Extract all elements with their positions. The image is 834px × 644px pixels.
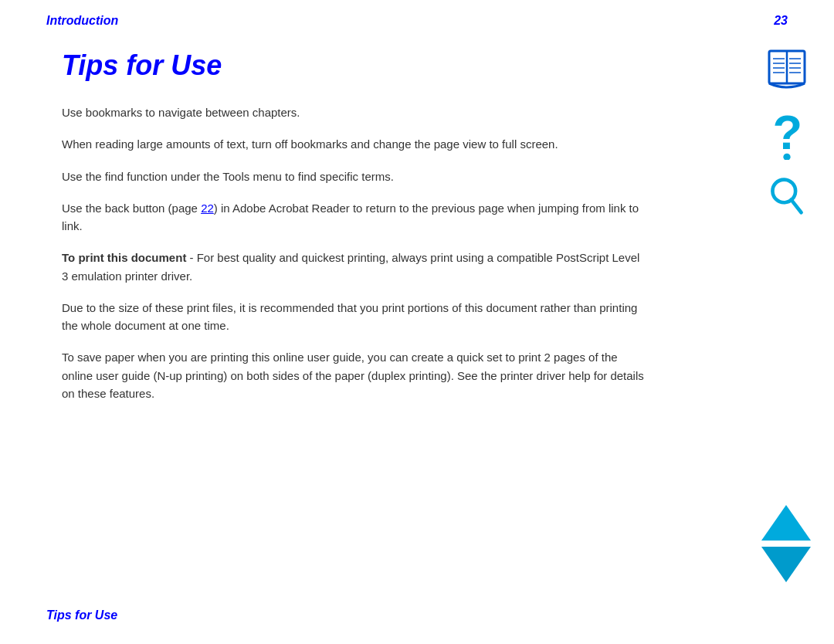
paragraph-7: To save paper when you are printing this… — [62, 348, 649, 402]
paragraph-1: Use bookmarks to navigate between chapte… — [62, 103, 649, 121]
page-22-link[interactable]: 22 — [201, 202, 214, 215]
main-content: Tips for Use Use bookmarks to navigate b… — [0, 36, 695, 432]
header-chapter-title: Introduction — [46, 14, 118, 28]
footer-label: Tips for Use — [46, 608, 117, 622]
paragraph-1-text: Use bookmarks to navigate between chapte… — [62, 106, 300, 119]
sidebar-icons: ? — [763, 46, 811, 225]
paragraph-6-text: Due to the size of these print files, it… — [62, 301, 637, 332]
paragraph-6: Due to the size of these print files, it… — [62, 299, 649, 335]
paragraph-5: To print this document - For best qualit… — [62, 249, 649, 285]
header-page-number: 23 — [774, 14, 788, 28]
paragraph-7-text: To save paper when you are printing this… — [62, 351, 644, 400]
paragraph-3-text: Use the find function under the Tools me… — [62, 170, 394, 183]
page-heading: Tips for Use — [62, 49, 649, 82]
navigation-arrows — [761, 505, 811, 582]
book-icon[interactable] — [763, 46, 811, 94]
svg-text:?: ? — [772, 110, 802, 159]
paragraph-2-text: When reading large amounts of text, turn… — [62, 137, 558, 151]
magnifier-icon[interactable] — [767, 175, 807, 225]
page-header: Introduction 23 — [0, 0, 834, 36]
page-container: Introduction 23 Tips for Use Use bookmar… — [0, 0, 834, 644]
question-icon[interactable]: ? — [768, 110, 806, 160]
next-page-arrow[interactable] — [761, 547, 811, 582]
paragraph-3: Use the find function under the Tools me… — [62, 168, 649, 185]
svg-line-13 — [792, 200, 802, 213]
paragraph-5-bold: To print this document — [62, 251, 186, 264]
paragraph-4-text-before: Use the back button (page — [62, 202, 201, 215]
page-footer: Tips for Use — [46, 608, 117, 622]
paragraph-4: Use the back button (page 22) in Adobe A… — [62, 199, 649, 236]
paragraph-2: When reading large amounts of text, turn… — [62, 135, 649, 153]
previous-page-arrow[interactable] — [761, 505, 811, 541]
